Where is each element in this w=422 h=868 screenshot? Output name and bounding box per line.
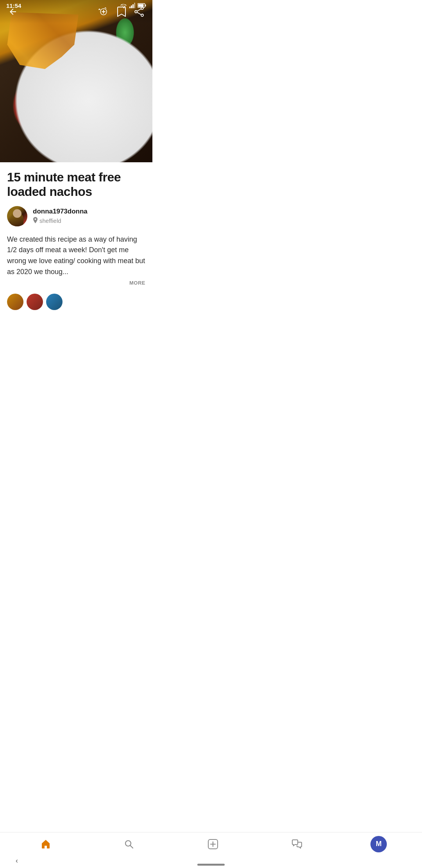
svg-rect-3 — [134, 3, 135, 8]
status-time: 11:54 — [6, 2, 21, 9]
reaction-avatar-2[interactable] — [27, 294, 43, 310]
wifi-icon — [120, 3, 127, 8]
svg-rect-1 — [131, 5, 132, 8]
svg-line-11 — [137, 13, 141, 15]
signal-icon — [129, 3, 136, 8]
status-icons — [120, 3, 146, 8]
author-info: donna1973donna sheffield — [33, 208, 88, 224]
recipe-description: We created this recipe as a way of havin… — [7, 234, 145, 278]
recipe-title: 15 minute meat free loaded nachos — [7, 170, 145, 199]
avatar[interactable] — [7, 206, 27, 226]
location-text: sheffield — [39, 217, 61, 224]
svg-rect-2 — [132, 4, 134, 8]
status-bar: 11:54 — [0, 0, 152, 11]
battery-icon — [138, 3, 146, 8]
recipe-hero-image — [0, 0, 152, 162]
author-location: sheffield — [33, 217, 88, 224]
svg-rect-5 — [145, 5, 146, 7]
reaction-avatar-1[interactable] — [7, 294, 23, 310]
svg-point-9 — [141, 14, 143, 16]
location-pin-icon — [33, 217, 38, 224]
recipe-content: 15 minute meat free loaded nachos donna1… — [0, 162, 152, 316]
author-username[interactable]: donna1973donna — [33, 208, 88, 215]
reactions-row — [7, 294, 145, 316]
pin-icon — [33, 217, 38, 223]
author-row: donna1973donna sheffield — [7, 206, 145, 226]
reaction-avatar-3[interactable] — [46, 294, 63, 310]
more-button[interactable]: MORE — [7, 280, 145, 286]
svg-rect-6 — [138, 4, 144, 7]
svg-rect-0 — [129, 7, 131, 8]
